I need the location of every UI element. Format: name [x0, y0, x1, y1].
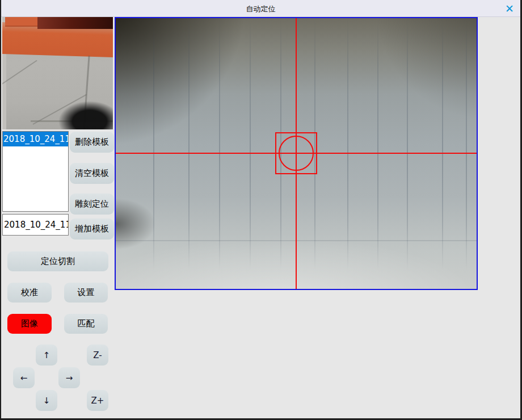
jog-down-button[interactable]: ↓ — [36, 390, 57, 411]
thumbnail-orange-block — [5, 17, 37, 27]
engrave-position-button[interactable]: 雕刻定位 — [70, 194, 114, 215]
template-list-item[interactable]: 2018_10_24_11 — [3, 132, 68, 146]
settings-button[interactable]: 设置 — [64, 283, 108, 303]
ceiling-seam-line — [219, 18, 220, 270]
thumbnail-dark-strip — [37, 17, 113, 29]
ceiling-seam-line — [442, 18, 443, 270]
ceiling-seam-line — [407, 18, 408, 270]
image-button[interactable]: 图像 — [7, 314, 52, 334]
template-thumbnail — [2, 17, 113, 129]
clear-templates-button[interactable]: 清空模板 — [70, 163, 114, 184]
target-circle — [279, 136, 314, 171]
template-listbox[interactable]: 2018_10_24_11 — [2, 131, 69, 212]
z-plus-button[interactable]: Z+ — [87, 390, 108, 411]
jog-right-button[interactable]: → — [58, 367, 80, 388]
z-minus-button[interactable]: Z- — [87, 345, 108, 366]
camera-view[interactable] — [115, 17, 478, 290]
ceiling-seam-line — [250, 18, 251, 270]
add-template-button[interactable]: 增加模板 — [70, 219, 114, 240]
ceiling-seam-line — [153, 18, 154, 270]
title-bar[interactable]: 自动定位 ✕ — [1, 0, 520, 17]
jog-up-button[interactable]: ↑ — [36, 345, 57, 366]
delete-template-button[interactable]: 删除模板 — [70, 132, 114, 153]
ceiling-seam-line — [347, 18, 348, 270]
position-cut-button[interactable]: 定位切割 — [7, 251, 108, 271]
match-button[interactable]: 匹配 — [64, 314, 108, 334]
dialog-title: 自动定位 — [1, 4, 520, 14]
template-name-input[interactable] — [2, 214, 69, 236]
calibrate-button[interactable]: 校准 — [7, 283, 52, 303]
dialog-window: 自动定位 ✕ 2018_10_24_11 删除模板 清空模板 雕刻定位 增加模板… — [0, 0, 522, 420]
close-icon[interactable]: ✕ — [502, 1, 517, 16]
thumbnail-tile-line — [2, 60, 37, 85]
jog-left-button[interactable]: ← — [13, 367, 35, 388]
ceiling-seam-line — [377, 18, 378, 270]
ceiling-seam-line — [466, 18, 467, 270]
ceiling-seam-line — [188, 18, 190, 270]
